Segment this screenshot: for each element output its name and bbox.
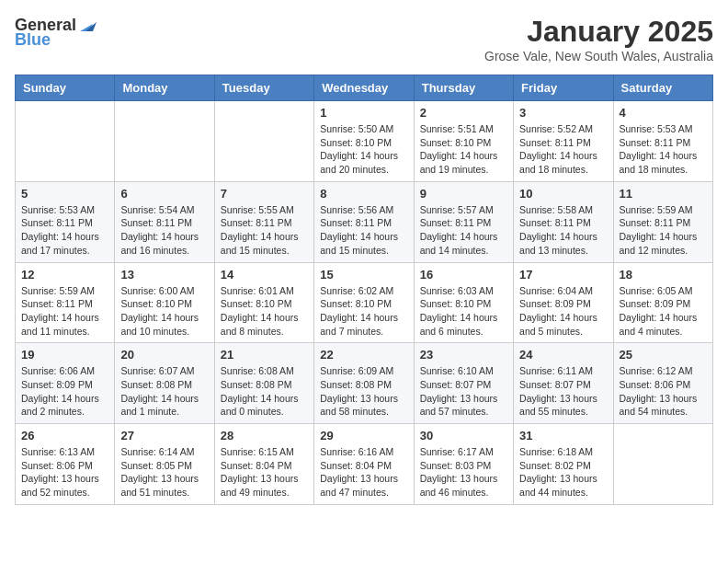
day-info: Sunrise: 6:04 AM Sunset: 8:09 PM Dayligh… <box>519 284 607 339</box>
day-info: Sunrise: 5:59 AM Sunset: 8:11 PM Dayligh… <box>21 284 108 339</box>
calendar-cell: 28Sunrise: 6:15 AM Sunset: 8:04 PM Dayli… <box>214 424 313 505</box>
calendar-cell: 12Sunrise: 5:59 AM Sunset: 8:11 PM Dayli… <box>16 262 115 343</box>
calendar-cell: 31Sunrise: 6:18 AM Sunset: 8:02 PM Dayli… <box>514 424 613 505</box>
calendar-cell: 17Sunrise: 6:04 AM Sunset: 8:09 PM Dayli… <box>514 262 613 343</box>
calendar-cell: 24Sunrise: 6:11 AM Sunset: 8:07 PM Dayli… <box>514 343 613 424</box>
day-info: Sunrise: 6:15 AM Sunset: 8:04 PM Dayligh… <box>221 445 308 500</box>
day-info: Sunrise: 5:54 AM Sunset: 8:11 PM Dayligh… <box>120 203 208 258</box>
location-title: Grose Vale, New South Wales, Australia <box>484 49 713 63</box>
calendar-cell: 7Sunrise: 5:55 AM Sunset: 8:11 PM Daylig… <box>214 181 313 262</box>
day-info: Sunrise: 6:12 AM Sunset: 8:06 PM Dayligh… <box>620 364 707 419</box>
calendar-week-2: 5Sunrise: 5:53 AM Sunset: 8:11 PM Daylig… <box>16 181 713 262</box>
weekday-header-friday: Friday <box>514 75 613 101</box>
day-number: 25 <box>620 348 707 362</box>
day-number: 10 <box>519 187 607 201</box>
day-info: Sunrise: 5:53 AM Sunset: 8:11 PM Dayligh… <box>620 122 707 177</box>
day-number: 20 <box>120 348 208 362</box>
calendar-cell: 18Sunrise: 6:05 AM Sunset: 8:09 PM Dayli… <box>613 262 712 343</box>
day-number: 29 <box>320 429 407 442</box>
day-info: Sunrise: 6:13 AM Sunset: 8:06 PM Dayligh… <box>21 445 108 500</box>
calendar-cell: 4Sunrise: 5:53 AM Sunset: 8:11 PM Daylig… <box>613 101 712 182</box>
weekday-header-tuesday: Tuesday <box>214 75 313 101</box>
day-info: Sunrise: 6:02 AM Sunset: 8:10 PM Dayligh… <box>320 284 407 339</box>
weekday-header-sunday: Sunday <box>16 75 115 101</box>
day-number: 2 <box>420 106 507 120</box>
day-info: Sunrise: 5:53 AM Sunset: 8:11 PM Dayligh… <box>21 203 108 258</box>
calendar-cell <box>613 424 712 505</box>
calendar-week-4: 19Sunrise: 6:06 AM Sunset: 8:09 PM Dayli… <box>16 343 713 424</box>
day-info: Sunrise: 5:57 AM Sunset: 8:11 PM Dayligh… <box>420 203 507 258</box>
day-number: 14 <box>221 268 308 282</box>
day-number: 16 <box>420 268 507 282</box>
logo-blue: Blue <box>15 31 51 48</box>
day-number: 3 <box>519 106 607 120</box>
weekday-header-monday: Monday <box>115 75 214 101</box>
page-header: General Blue January 2025 Grose Vale, Ne… <box>15 15 713 63</box>
weekday-header-wednesday: Wednesday <box>314 75 414 101</box>
calendar-cell: 14Sunrise: 6:01 AM Sunset: 8:10 PM Dayli… <box>214 262 313 343</box>
day-number: 15 <box>320 268 407 282</box>
title-section: January 2025 Grose Vale, New South Wales… <box>484 15 713 63</box>
day-number: 11 <box>620 187 707 201</box>
day-number: 30 <box>420 429 507 442</box>
calendar-cell <box>16 101 115 182</box>
day-info: Sunrise: 6:09 AM Sunset: 8:08 PM Dayligh… <box>320 364 407 419</box>
day-info: Sunrise: 5:58 AM Sunset: 8:11 PM Dayligh… <box>519 203 607 258</box>
day-info: Sunrise: 5:56 AM Sunset: 8:11 PM Dayligh… <box>320 203 407 258</box>
calendar-cell: 2Sunrise: 5:51 AM Sunset: 8:10 PM Daylig… <box>414 101 513 182</box>
day-number: 18 <box>620 268 707 282</box>
calendar-cell: 3Sunrise: 5:52 AM Sunset: 8:11 PM Daylig… <box>514 101 613 182</box>
day-number: 12 <box>21 268 108 282</box>
calendar-cell: 22Sunrise: 6:09 AM Sunset: 8:08 PM Dayli… <box>314 343 414 424</box>
day-number: 22 <box>320 348 407 362</box>
day-number: 17 <box>519 268 607 282</box>
calendar-cell: 16Sunrise: 6:03 AM Sunset: 8:10 PM Dayli… <box>414 262 513 343</box>
day-number: 7 <box>221 187 308 201</box>
day-info: Sunrise: 5:59 AM Sunset: 8:11 PM Dayligh… <box>620 203 707 258</box>
day-info: Sunrise: 6:05 AM Sunset: 8:09 PM Dayligh… <box>620 284 707 339</box>
calendar-cell: 8Sunrise: 5:56 AM Sunset: 8:11 PM Daylig… <box>314 181 414 262</box>
day-number: 24 <box>519 348 607 362</box>
day-number: 28 <box>221 429 308 442</box>
weekday-header-saturday: Saturday <box>613 75 712 101</box>
calendar-cell: 9Sunrise: 5:57 AM Sunset: 8:11 PM Daylig… <box>414 181 513 262</box>
logo-icon <box>76 15 97 35</box>
day-number: 4 <box>620 106 707 120</box>
calendar-cell: 25Sunrise: 6:12 AM Sunset: 8:06 PM Dayli… <box>613 343 712 424</box>
calendar-cell <box>214 101 313 182</box>
calendar-cell: 21Sunrise: 6:08 AM Sunset: 8:08 PM Dayli… <box>214 343 313 424</box>
calendar-cell: 11Sunrise: 5:59 AM Sunset: 8:11 PM Dayli… <box>613 181 712 262</box>
day-info: Sunrise: 5:52 AM Sunset: 8:11 PM Dayligh… <box>519 122 607 177</box>
day-info: Sunrise: 5:50 AM Sunset: 8:10 PM Dayligh… <box>320 122 407 177</box>
day-number: 5 <box>21 187 108 201</box>
calendar-cell: 5Sunrise: 5:53 AM Sunset: 8:11 PM Daylig… <box>16 181 115 262</box>
day-info: Sunrise: 6:00 AM Sunset: 8:10 PM Dayligh… <box>120 284 208 339</box>
weekday-header-thursday: Thursday <box>414 75 513 101</box>
day-number: 21 <box>221 348 308 362</box>
calendar-week-1: 1Sunrise: 5:50 AM Sunset: 8:10 PM Daylig… <box>16 101 713 182</box>
day-info: Sunrise: 6:16 AM Sunset: 8:04 PM Dayligh… <box>320 445 407 500</box>
calendar-cell: 6Sunrise: 5:54 AM Sunset: 8:11 PM Daylig… <box>115 181 214 262</box>
calendar-cell: 26Sunrise: 6:13 AM Sunset: 8:06 PM Dayli… <box>16 424 115 505</box>
day-number: 19 <box>21 348 108 362</box>
calendar-cell: 20Sunrise: 6:07 AM Sunset: 8:08 PM Dayli… <box>115 343 214 424</box>
month-title: January 2025 <box>484 15 713 49</box>
day-info: Sunrise: 6:06 AM Sunset: 8:09 PM Dayligh… <box>21 364 108 419</box>
day-number: 6 <box>120 187 208 201</box>
calendar-cell: 23Sunrise: 6:10 AM Sunset: 8:07 PM Dayli… <box>414 343 513 424</box>
day-info: Sunrise: 6:17 AM Sunset: 8:03 PM Dayligh… <box>420 445 507 500</box>
day-number: 9 <box>420 187 507 201</box>
calendar-cell: 27Sunrise: 6:14 AM Sunset: 8:05 PM Dayli… <box>115 424 214 505</box>
day-number: 8 <box>320 187 407 201</box>
calendar-cell <box>115 101 214 182</box>
day-number: 1 <box>320 106 407 120</box>
calendar-week-5: 26Sunrise: 6:13 AM Sunset: 8:06 PM Dayli… <box>16 424 713 505</box>
calendar-body: 1Sunrise: 5:50 AM Sunset: 8:10 PM Daylig… <box>16 101 713 505</box>
day-number: 13 <box>120 268 208 282</box>
day-info: Sunrise: 5:55 AM Sunset: 8:11 PM Dayligh… <box>221 203 308 258</box>
day-info: Sunrise: 6:14 AM Sunset: 8:05 PM Dayligh… <box>120 445 208 500</box>
day-number: 26 <box>21 429 108 442</box>
day-number: 31 <box>519 429 607 442</box>
calendar-cell: 15Sunrise: 6:02 AM Sunset: 8:10 PM Dayli… <box>314 262 414 343</box>
calendar-table: SundayMondayTuesdayWednesdayThursdayFrid… <box>15 75 713 505</box>
